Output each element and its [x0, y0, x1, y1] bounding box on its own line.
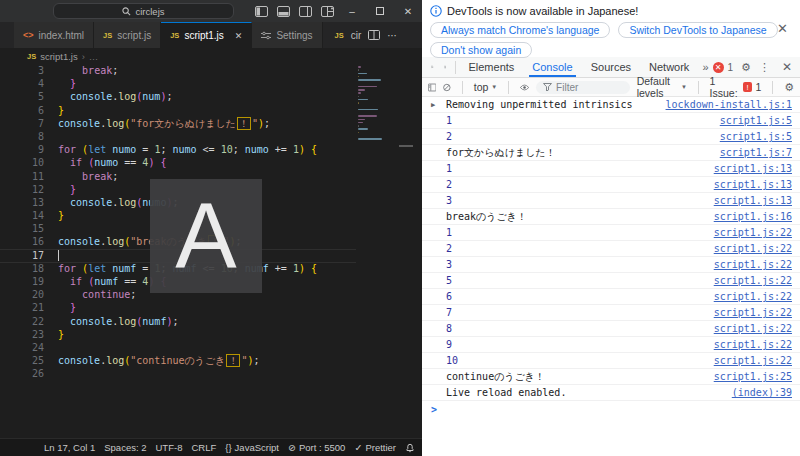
- banner-button-1[interactable]: Switch DevTools to Japanese: [618, 22, 777, 38]
- prompt-chevron-icon: >: [431, 404, 437, 415]
- console-source-link[interactable]: script1.js:5: [720, 115, 792, 126]
- console-settings-gear-icon[interactable]: ⚙: [784, 81, 794, 94]
- settings-gear-icon[interactable]: ⚙: [741, 61, 751, 74]
- console-row: 5script1.js:22: [422, 273, 800, 289]
- console-source-link[interactable]: script1.js:16: [714, 211, 792, 222]
- minimize-button[interactable]: –: [338, 0, 366, 22]
- token: "continueのうごき: [130, 355, 225, 366]
- code-line-22[interactable]: 22 console.log(numf);: [0, 315, 422, 328]
- toggle-sidebar-icon[interactable]: [255, 6, 268, 17]
- banner-button-0[interactable]: Always match Chrome's language: [430, 22, 610, 38]
- token: let: [88, 144, 106, 155]
- breadcrumb-more[interactable]: …: [89, 51, 99, 62]
- code-line-10[interactable]: 10 if (numo == 4) {: [0, 156, 422, 169]
- tab-index-html[interactable]: <>index.html: [14, 22, 94, 48]
- banner-close-icon[interactable]: ✕: [777, 22, 788, 35]
- code-text: console.log("continueのうごき！");: [58, 354, 260, 367]
- status-item-prettier[interactable]: ✓Prettier: [354, 442, 396, 453]
- breadcrumb[interactable]: JS script1.js › …: [0, 48, 422, 64]
- code-line-25[interactable]: 25console.log("continueのうごき！");: [0, 354, 422, 367]
- minimap-line: [358, 125, 359, 127]
- token: +=: [269, 144, 293, 155]
- devtools-close-icon[interactable]: ✕: [778, 60, 796, 74]
- console-source-link[interactable]: script1.js:25: [714, 371, 792, 382]
- devtools-tab-sources[interactable]: Sources: [582, 57, 640, 77]
- devtools-tab-console[interactable]: Console: [523, 57, 581, 77]
- toggle-panel-icon[interactable]: [277, 6, 290, 17]
- minimap-line: [358, 122, 363, 124]
- code-line-21[interactable]: 21 }: [0, 301, 422, 314]
- console-row: continueのうごき！script1.js:25: [422, 369, 800, 385]
- split-editor-icon[interactable]: [368, 30, 380, 40]
- console-row: 9script1.js:22: [422, 337, 800, 353]
- issues-counter[interactable]: 1 Issue: ! 1: [710, 75, 762, 99]
- console-prompt[interactable]: >: [422, 401, 800, 417]
- status-item-spaces-2[interactable]: Spaces: 2: [104, 442, 146, 453]
- status-item-javascript[interactable]: {}JavaScript: [225, 442, 279, 453]
- console-source-link[interactable]: script1.js:7: [720, 147, 792, 158]
- console-message-text: 3: [446, 259, 452, 270]
- maximize-button[interactable]: [366, 0, 394, 22]
- console-source-link[interactable]: script1.js:13: [714, 179, 792, 190]
- console-source-link[interactable]: script1.js:22: [714, 227, 792, 238]
- tab-cir[interactable]: cir: [351, 30, 362, 41]
- devtools-tab-elements[interactable]: Elements: [459, 57, 523, 77]
- error-count[interactable]: ✕ 1: [713, 62, 734, 73]
- context-selector[interactable]: top▼: [474, 81, 498, 93]
- console-source-link[interactable]: script1.js:22: [714, 275, 792, 286]
- console-source-link[interactable]: script1.js:22: [714, 259, 792, 270]
- more-actions-icon[interactable]: ⋯: [387, 30, 398, 41]
- tab-Settings[interactable]: Settings: [252, 22, 322, 48]
- filter-input[interactable]: Filter: [536, 81, 630, 94]
- more-tabs-icon[interactable]: »: [698, 61, 712, 73]
- close-button[interactable]: ✕: [394, 0, 422, 22]
- console-source-link[interactable]: script1.js:13: [714, 195, 792, 206]
- toggle-secondary-sidebar-icon[interactable]: [299, 6, 312, 17]
- code-line-9[interactable]: 9for (let numo = 1; numo <= 10; numo += …: [0, 143, 422, 156]
- console-source-link[interactable]: script1.js:22: [714, 291, 792, 302]
- console-source-link[interactable]: script1.js:5: [720, 131, 792, 142]
- status-item-ln-17-col-1[interactable]: Ln 17, Col 1: [44, 442, 95, 453]
- inspect-element-icon[interactable]: [431, 61, 434, 73]
- status-item-utf-8[interactable]: UTF-8: [156, 442, 183, 453]
- log-levels-selector[interactable]: Default levels▼: [637, 75, 687, 99]
- customize-layout-icon[interactable]: [321, 6, 334, 17]
- expand-arrow-icon[interactable]: ▶: [431, 101, 435, 109]
- devtools-tab-network[interactable]: Network: [640, 57, 698, 77]
- tab-close-icon[interactable]: ✕: [235, 31, 243, 41]
- code-line-24[interactable]: 24: [0, 341, 422, 354]
- console-source-link[interactable]: script1.js:22: [714, 243, 792, 254]
- line-number: 6: [13, 104, 44, 117]
- status-item-port-5500[interactable]: ⊘Port : 5500: [288, 442, 345, 453]
- code-text: }: [58, 328, 64, 341]
- console-message-text: breakのうごき！: [446, 210, 527, 224]
- minimap-line: [358, 115, 377, 117]
- banner-button-2[interactable]: Don't show again: [430, 42, 532, 58]
- tab-script-js[interactable]: JSscript.js: [94, 22, 161, 48]
- console-source-link[interactable]: (index):39: [732, 387, 792, 398]
- clear-console-icon[interactable]: [443, 82, 451, 93]
- js-file-icon: JS: [170, 31, 179, 40]
- console-row: for文からぬけました！script1.js:7: [422, 145, 800, 161]
- code-line-26[interactable]: 26: [0, 367, 422, 380]
- console-sidebar-icon[interactable]: [428, 82, 436, 93]
- console-source-link[interactable]: lockdown-install.js:1: [666, 99, 792, 110]
- breadcrumb-file[interactable]: script1.js: [40, 51, 77, 62]
- minimap[interactable]: [358, 66, 396, 145]
- status-item-bell[interactable]: [405, 443, 415, 453]
- status-item-crlf[interactable]: CRLF: [191, 442, 216, 453]
- token: ;: [130, 289, 136, 300]
- console-source-link[interactable]: script1.js:13: [714, 163, 792, 174]
- console-source-link[interactable]: script1.js:22: [714, 355, 792, 366]
- live-expression-eye-icon[interactable]: [520, 83, 529, 92]
- console-source-link[interactable]: script1.js:22: [714, 339, 792, 350]
- tab-script1-js[interactable]: JSscript1.js✕: [161, 22, 252, 48]
- line-number: 21: [13, 301, 44, 314]
- device-toolbar-icon[interactable]: [444, 61, 447, 73]
- devtools-panel: DevTools is now available in Japanese! A…: [422, 0, 800, 456]
- console-source-link[interactable]: script1.js:22: [714, 323, 792, 334]
- code-line-23[interactable]: 23}: [0, 328, 422, 341]
- command-center-search[interactable]: circlejs: [53, 3, 234, 19]
- kebab-menu-icon[interactable]: ⋮: [759, 61, 770, 74]
- console-source-link[interactable]: script1.js:22: [714, 307, 792, 318]
